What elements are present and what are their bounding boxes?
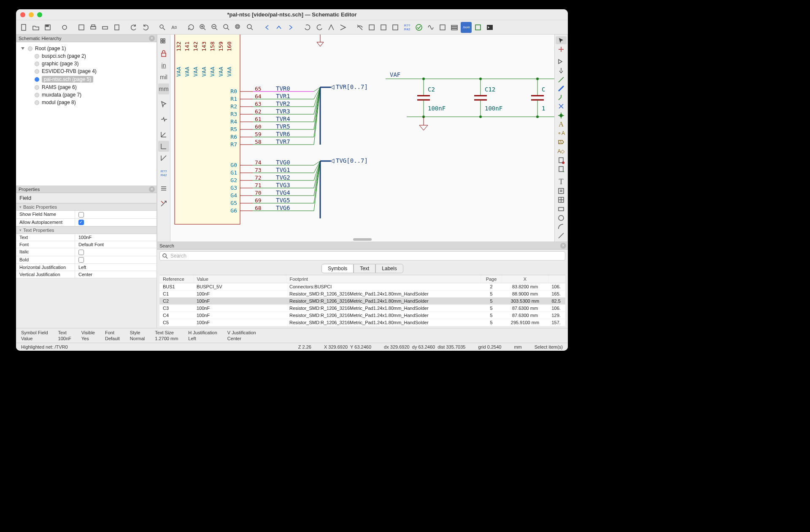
schematic-canvas[interactable]: 132VAA141VAA142VAA143VAA158VAA159VAA160V…: [170, 35, 554, 242]
text-value[interactable]: 100nF: [75, 234, 157, 241]
find-replace-icon[interactable]: AB: [169, 22, 180, 33]
undo-icon[interactable]: [128, 22, 139, 33]
bold-checkbox[interactable]: [78, 257, 84, 263]
rotate-ccw-icon[interactable]: [302, 22, 313, 33]
toggle-hidden-pins-icon[interactable]: [354, 22, 365, 33]
mirror-v-icon[interactable]: [326, 22, 337, 33]
zoom-in-icon[interactable]: [197, 22, 208, 33]
add-netclass-icon[interactable]: ⚬A: [556, 129, 567, 137]
print-icon[interactable]: [88, 22, 99, 33]
add-global-label-icon[interactable]: A: [556, 138, 567, 146]
tab-text[interactable]: Text: [354, 264, 375, 273]
basic-properties-group[interactable]: Basic Properties: [16, 203, 157, 211]
add-hier-label-icon[interactable]: A◇: [556, 147, 567, 155]
erc-icon[interactable]: [413, 22, 424, 33]
close-icon[interactable]: ×: [149, 186, 155, 192]
zoom-out-icon[interactable]: [209, 22, 220, 33]
add-circle-icon[interactable]: [556, 214, 567, 222]
page-settings-icon[interactable]: [76, 22, 87, 33]
hierarchy-item[interactable]: ESVIDEO-RVB (page 4): [18, 67, 155, 75]
plot-icon[interactable]: [100, 22, 111, 33]
table-row[interactable]: C1100nFResistor_SMD:R_1206_3216Metric_Pa…: [159, 290, 565, 298]
paste-icon[interactable]: [111, 22, 122, 33]
bom-icon[interactable]: .bom: [461, 22, 472, 33]
refresh-icon[interactable]: [186, 22, 197, 33]
pcb-editor-icon[interactable]: [472, 22, 483, 33]
add-arc-icon[interactable]: [556, 223, 567, 231]
add-rect-icon[interactable]: [556, 205, 567, 213]
zoom-objects-icon[interactable]: [233, 22, 244, 33]
lock-icon[interactable]: [158, 48, 169, 59]
h-justification-value[interactable]: Left: [75, 264, 157, 271]
highlight-net-icon[interactable]: [556, 45, 567, 53]
add-table-icon[interactable]: [556, 196, 567, 204]
save-file-icon[interactable]: [42, 22, 53, 33]
zoom-selection-icon[interactable]: [245, 22, 256, 33]
inches-button[interactable]: in: [158, 60, 169, 71]
simulator-icon[interactable]: [425, 22, 436, 33]
footprint-assign-icon[interactable]: [390, 22, 401, 33]
nav-back-icon[interactable]: [262, 22, 273, 33]
panel-resize-handle[interactable]: [353, 238, 372, 241]
annotate-icon[interactable]: [378, 22, 389, 33]
search-input[interactable]: Search: [159, 251, 565, 261]
add-textbox-icon[interactable]: [556, 187, 567, 195]
hidden-pins-icon[interactable]: [158, 114, 169, 125]
zoom-fit-icon[interactable]: [221, 22, 232, 33]
ref-designators-icon[interactable]: R??R42: [402, 22, 413, 33]
schematic-setup-icon[interactable]: [59, 22, 70, 33]
hierarchy-root[interactable]: Root (page 1): [18, 45, 155, 52]
mils-button[interactable]: mil: [158, 72, 169, 83]
add-junction-icon[interactable]: [556, 111, 567, 119]
nav-up-icon[interactable]: [273, 22, 284, 33]
mirror-h-icon[interactable]: [338, 22, 348, 33]
mm-button[interactable]: mm: [158, 83, 169, 94]
hierarchy-item[interactable]: pal-ntsc.sch (page 5): [18, 75, 155, 83]
grid-icon[interactable]: [158, 36, 169, 47]
search-results-table[interactable]: Reference Value Footprint Page X BUS1BUS…: [159, 275, 565, 326]
v-justification-value[interactable]: Center: [75, 271, 157, 278]
table-row[interactable]: C3100nFResistor_SMD:R_1206_3216Metric_Pa…: [159, 305, 565, 312]
add-power-icon[interactable]: [556, 67, 567, 75]
hierarchy-item[interactable]: modul (page 8): [18, 99, 155, 106]
symbol-fields-icon[interactable]: [449, 22, 460, 33]
close-icon[interactable]: ×: [560, 243, 566, 249]
tab-symbols[interactable]: Symbols: [321, 264, 354, 273]
close-icon[interactable]: ×: [149, 35, 155, 41]
text-properties-group[interactable]: Text Properties: [16, 226, 157, 234]
table-row[interactable]: C4100nFResistor_SMD:R_1206_3216Metric_Pa…: [159, 312, 565, 319]
allow-autoplacement-checkbox[interactable]: [78, 220, 84, 225]
add-wire-icon[interactable]: [556, 75, 567, 83]
nav-forward-icon[interactable]: [285, 22, 296, 33]
add-symbol-icon[interactable]: [556, 57, 567, 65]
sync-sheet-pins-icon[interactable]: [556, 165, 567, 173]
add-text-icon[interactable]: T: [556, 177, 567, 186]
table-row[interactable]: C5100nFResistor_SMD:R_1206_3216Metric_Pa…: [159, 319, 565, 326]
bulk-edit-icon[interactable]: [437, 22, 448, 33]
find-icon[interactable]: [157, 22, 168, 33]
add-line-icon[interactable]: [556, 232, 567, 240]
hierarchy-item[interactable]: muxdata (page 7): [18, 91, 155, 99]
table-row[interactable]: BUS1BUSPCI_5VConnectors:BUSPCI283.8200 m…: [159, 283, 565, 290]
scripting-console-icon[interactable]: [484, 22, 495, 33]
select-tool-icon[interactable]: [556, 36, 567, 44]
italic-checkbox[interactable]: [78, 250, 84, 255]
hierarchy-item[interactable]: graphic (page 3): [18, 60, 155, 67]
hierarchy-item[interactable]: buspci.sch (page 2): [18, 52, 155, 60]
new-file-icon[interactable]: [19, 22, 30, 33]
preferences-icon[interactable]: [158, 198, 169, 209]
45deg-icon[interactable]: [158, 153, 169, 164]
tab-labels[interactable]: Labels: [375, 264, 403, 273]
symbol-editor-icon[interactable]: [366, 22, 377, 33]
redo-icon[interactable]: [140, 22, 151, 33]
hierarchy-item[interactable]: RAMS (page 6): [18, 83, 155, 91]
rotate-cw-icon[interactable]: [314, 22, 325, 33]
add-sheet-icon[interactable]: [556, 156, 567, 164]
add-bus-icon[interactable]: [556, 84, 567, 92]
font-value[interactable]: Default Font: [75, 241, 157, 248]
free-angle-icon[interactable]: [158, 129, 169, 140]
show-field-name-checkbox[interactable]: [78, 212, 84, 218]
add-label-icon[interactable]: A: [556, 120, 567, 128]
cursor-shape-icon[interactable]: [158, 99, 169, 110]
annotate-icon[interactable]: R??R42: [158, 168, 169, 179]
